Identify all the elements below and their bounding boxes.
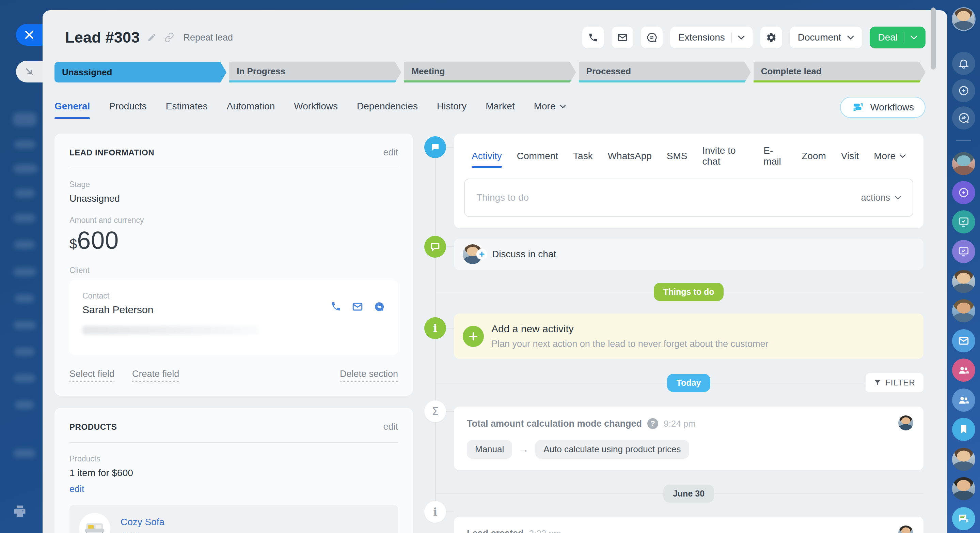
sidebar-blur-item (14, 321, 36, 329)
bell-icon (958, 57, 969, 69)
tab-products[interactable]: Products (109, 101, 147, 114)
contact-call-icon[interactable] (331, 301, 342, 313)
add-activity-subtitle: Plan your next action on the lead to nev… (492, 339, 912, 349)
sidebar-blur-item (14, 241, 35, 249)
contact-card[interactable]: Contact Sarah Peterson (70, 280, 398, 355)
stage-complete-lead[interactable]: Complete lead (754, 62, 926, 83)
collapse-lead-button[interactable] (16, 61, 43, 83)
stage-field-value[interactable]: Unassigned (70, 193, 398, 204)
contact-mail-icon[interactable] (352, 301, 363, 313)
stage-processed[interactable]: Processed (579, 62, 751, 83)
mail-channel-button[interactable] (952, 329, 975, 353)
create-field-link[interactable]: Create field (132, 369, 179, 382)
workflows-button[interactable]: Workflows (840, 97, 926, 118)
tab-more[interactable]: More (534, 101, 566, 114)
ai-bot-button[interactable] (952, 181, 975, 204)
chevron-down-icon (738, 35, 745, 40)
feed-tab-email[interactable]: E-mail (764, 145, 787, 173)
timeline-sum-icon: Σ (424, 401, 446, 422)
product-name-link[interactable]: Cozy Sofa (121, 517, 164, 528)
feed-tab-visit[interactable]: Visit (841, 151, 859, 168)
settings-button[interactable] (760, 27, 782, 48)
todo-composer-input[interactable]: Things to do actions (464, 179, 913, 217)
edit-section-link[interactable]: edit (383, 421, 398, 432)
feed-tab-invite-to-chat[interactable]: Invite to chat (703, 145, 749, 173)
delete-section-link[interactable]: Delete section (340, 369, 398, 382)
select-field-link[interactable]: Select field (70, 369, 115, 382)
bookmark-button[interactable] (952, 418, 975, 441)
contacts-blue-button[interactable] (952, 388, 975, 412)
filter-label: FILTER (885, 378, 915, 388)
sidebar-blur-item (15, 294, 34, 303)
feed-tab-sms[interactable]: SMS (667, 151, 687, 168)
lead-tabs-row: General Products Estimates Automation Wo… (54, 97, 926, 118)
filter-button[interactable]: FILTER (865, 373, 923, 392)
product-row[interactable]: Cozy Sofa $600 (70, 505, 398, 533)
tab-estimates[interactable]: Estimates (166, 101, 208, 114)
feed-tab-more[interactable]: More (874, 151, 906, 168)
stage-in-progress[interactable]: In Progress (229, 62, 401, 83)
teammate-avatar[interactable] (952, 448, 975, 471)
feed-event-lead-created: Lead created 2:22 pm Lead #303 Source: C… (454, 517, 923, 533)
teammate-avatar[interactable] (952, 299, 975, 322)
edit-products-link[interactable]: edit (70, 484, 84, 495)
stage-label: Complete lead (761, 66, 822, 77)
contacts-pink-button[interactable] (952, 359, 975, 382)
feed-tab-zoom[interactable]: Zoom (802, 151, 826, 168)
feed-tab-task[interactable]: Task (573, 151, 593, 168)
tab-general[interactable]: General (54, 101, 90, 114)
print-icon[interactable] (12, 504, 27, 519)
stage-unassigned[interactable]: Unassigned (54, 62, 226, 83)
chat-outline-icon (430, 241, 441, 252)
feed-event-calc-mode: Total amount calculation mode changed ? … (454, 407, 923, 470)
feed-tab-activity[interactable]: Activity (472, 151, 502, 168)
edit-title-icon[interactable] (147, 33, 157, 42)
contact-chat-icon[interactable] (374, 301, 385, 313)
things-to-do-separator: Things to do (454, 282, 923, 301)
feed-tab-whatsapp[interactable]: WhatsApp (608, 151, 652, 168)
chevron-down-icon (910, 35, 917, 40)
call-button[interactable] (582, 27, 604, 48)
extensions-button[interactable]: Extensions (670, 27, 753, 48)
tab-automation[interactable]: Automation (227, 101, 275, 114)
chat-button[interactable] (641, 27, 663, 48)
task-board2-button[interactable] (952, 240, 975, 263)
task-board-button[interactable] (952, 210, 975, 233)
discuss-in-chat-row[interactable]: + Discuss in chat (454, 239, 923, 270)
today-pill[interactable]: Today (667, 374, 711, 392)
document-label: Document (798, 32, 842, 43)
email-button[interactable] (612, 27, 633, 48)
scrollbar-thumb[interactable] (931, 8, 936, 70)
close-lead-button[interactable] (16, 24, 43, 46)
add-activity-card[interactable]: Add a new activity Plan your next action… (454, 314, 923, 359)
copy-link-icon[interactable] (164, 32, 174, 43)
add-participant-icon[interactable]: + (476, 249, 487, 260)
feed-tab-comment[interactable]: Comment (517, 151, 558, 168)
teammate-avatar[interactable] (952, 152, 975, 175)
tab-history[interactable]: History (437, 101, 466, 114)
help-icon[interactable]: ? (648, 418, 658, 429)
chat-widget-button[interactable] (952, 507, 975, 530)
notifications-button[interactable] (952, 52, 975, 75)
messenger-button[interactable] (952, 106, 975, 129)
ai-assistant-button[interactable] (952, 79, 975, 102)
group-avatar[interactable] (952, 270, 975, 293)
teammate-avatar[interactable] (952, 477, 975, 500)
user-avatar[interactable] (953, 8, 975, 30)
document-button[interactable]: Document (790, 27, 862, 48)
things-to-do-pill[interactable]: Things to do (654, 283, 724, 301)
amount-value[interactable]: $600 (70, 226, 398, 254)
deal-button[interactable]: Deal (870, 27, 926, 48)
collapse-arrow-icon (24, 66, 35, 77)
stage-meeting[interactable]: Meeting (404, 62, 576, 83)
date-pill[interactable]: June 30 (663, 485, 714, 503)
ai-sparkle-icon (958, 85, 969, 96)
composer-actions-button[interactable]: actions (861, 193, 901, 203)
tab-workflows[interactable]: Workflows (294, 101, 338, 114)
sidebar-blur-item (14, 164, 37, 173)
workflows-icon (852, 101, 865, 114)
tab-market[interactable]: Market (485, 101, 515, 114)
stage-label: Meeting (411, 66, 445, 77)
tab-dependencies[interactable]: Dependencies (357, 101, 418, 114)
edit-section-link[interactable]: edit (383, 147, 398, 158)
